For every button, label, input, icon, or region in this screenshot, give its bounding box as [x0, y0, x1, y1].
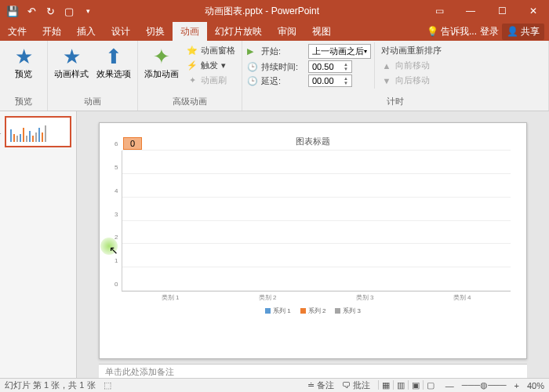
zoom-in[interactable]: + [514, 381, 519, 390]
trigger-icon: ⚡ [187, 60, 198, 71]
start-from-beginning-icon[interactable]: ▢ [61, 3, 77, 19]
lang-indicator[interactable]: ⬚ [104, 380, 111, 390]
thumbnail-chart [9, 120, 67, 143]
ribbon: ★ 预览 预览 ★ 动画样式 ⬆ 效果选项 动画 ✦ 添加动画 ⭐动画窗格 [0, 41, 549, 111]
share-icon: 👤 [507, 26, 518, 37]
trigger-button[interactable]: ⚡触发 ▾ [185, 59, 237, 72]
ribbon-tabs: 文件 开始 插入 设计 切换 动画 幻灯片放映 审阅 视图 💡 告诉我... 登… [0, 22, 549, 41]
view-buttons[interactable]: ▦▥▣▢ [378, 380, 438, 390]
tab-insert[interactable]: 插入 [69, 22, 104, 41]
animation-order-badge[interactable]: 0 [123, 137, 142, 150]
chart-x-labels: 类别 1类别 2类别 3类别 4 [122, 293, 511, 302]
duration-label: 持续时间: [261, 61, 305, 73]
zoom-out[interactable]: — [445, 381, 454, 390]
delay-spinner[interactable]: 00.00▲▼ [308, 74, 352, 87]
star-icon: ★ [63, 44, 81, 69]
effect-options-button[interactable]: ⬆ 效果选项 [93, 42, 134, 81]
title-bar: 💾 ↶ ↻ ▢ ▾ 动画图表.pptx - PowerPoint ▭ — ☐ ✕ [0, 0, 549, 22]
add-animation-button[interactable]: ✦ 添加动画 [141, 42, 182, 81]
star-play-icon: ★ [15, 44, 33, 69]
workspace: ★ 0 图表标题 0123456 类别 1类别 2类别 3类别 4 系列 1系列… [0, 111, 549, 378]
chart-plot: 0123456 [122, 151, 511, 292]
ribbon-options-icon[interactable]: ▭ [424, 0, 455, 22]
tab-transitions[interactable]: 切换 [138, 22, 173, 41]
slide-canvas[interactable]: 0 图表标题 0123456 类别 1类别 2类别 3类别 4 系列 1系列 2… [99, 122, 527, 359]
start-dropdown[interactable]: 上一动画之后▾ [308, 44, 371, 59]
delay-icon: 🕒 [247, 76, 258, 86]
tab-design[interactable]: 设计 [104, 22, 138, 41]
tab-view[interactable]: 视图 [304, 22, 339, 41]
tab-review[interactable]: 审阅 [270, 22, 304, 41]
slide-thumbnails[interactable]: ★ [0, 111, 77, 378]
slide-thumbnail-1[interactable]: ★ [5, 116, 71, 147]
quick-access-toolbar: 💾 ↶ ↻ ▢ ▾ [0, 3, 100, 19]
maximize-icon[interactable]: ☐ [486, 0, 518, 22]
qat-dropdown-icon[interactable]: ▾ [80, 3, 96, 19]
up-icon: ▲ [381, 61, 392, 71]
delay-label: 延迟: [261, 75, 305, 87]
play-icon: ▶ [247, 46, 258, 56]
save-icon[interactable]: 💾 [5, 3, 20, 19]
chart-title: 图表标题 [115, 136, 511, 147]
notes-toggle[interactable]: ≐ 备注 [307, 379, 334, 391]
clock-icon: 🕒 [247, 62, 258, 72]
start-label: 开始: [261, 45, 305, 57]
notes-pane[interactable]: 单击此处添加备注 [99, 364, 527, 378]
duration-spinner[interactable]: 00.50▲▼ [308, 60, 352, 73]
reorder-label: 对动画重新排序 [380, 44, 443, 57]
animation-pane-button[interactable]: ⭐动画窗格 [185, 44, 237, 57]
window-title: 动画图表.pptx - PowerPoint [100, 5, 424, 18]
star-plus-icon: ✦ [153, 44, 170, 69]
animation-painter-button[interactable]: ✦动画刷 [185, 74, 237, 87]
cursor-indicator: ↖ [100, 238, 118, 255]
group-animation: 动画 [51, 94, 134, 109]
tell-me[interactable]: 💡 告诉我... [427, 25, 477, 38]
preview-button[interactable]: ★ 预览 [3, 42, 44, 81]
status-bar: 幻灯片 第 1 张，共 1 张 ⬚ ≐ 备注 🗨 批注 ▦▥▣▢ — ───◍─… [0, 378, 549, 392]
zoom-slider[interactable]: ───◍─── [462, 380, 507, 390]
zoom-level[interactable]: 40% [527, 381, 544, 390]
redo-icon[interactable]: ↻ [42, 3, 58, 19]
share-button[interactable]: 👤共享 [502, 24, 544, 40]
animation-indicator-icon: ★ [0, 130, 2, 138]
tab-slideshow[interactable]: 幻灯片放映 [207, 22, 270, 41]
tab-file[interactable]: 文件 [0, 22, 35, 41]
close-icon[interactable]: ✕ [518, 0, 549, 22]
signin[interactable]: 登录 [480, 25, 499, 38]
chart-legend: 系列 1系列 2系列 3 [115, 307, 511, 315]
down-icon: ▼ [381, 76, 392, 85]
move-forward-button[interactable]: ▲向前移动 [380, 59, 443, 72]
slide-counter: 幻灯片 第 1 张，共 1 张 [5, 379, 96, 391]
comments-toggle[interactable]: 🗨 批注 [342, 379, 370, 391]
group-preview: 预览 [3, 94, 44, 109]
pane-icon: ⭐ [187, 45, 198, 56]
tab-home[interactable]: 开始 [35, 22, 69, 41]
undo-icon[interactable]: ↶ [24, 3, 39, 19]
arrow-up-icon: ⬆ [105, 44, 122, 69]
painter-icon: ✦ [187, 75, 198, 85]
minimize-icon[interactable]: — [455, 0, 486, 22]
group-timing: 计时 [245, 94, 545, 109]
tab-animations[interactable]: 动画 [173, 22, 207, 41]
move-backward-button[interactable]: ▼向后移动 [380, 74, 443, 87]
animation-style-button[interactable]: ★ 动画样式 [51, 42, 92, 81]
group-advanced: 高级动画 [141, 94, 238, 109]
